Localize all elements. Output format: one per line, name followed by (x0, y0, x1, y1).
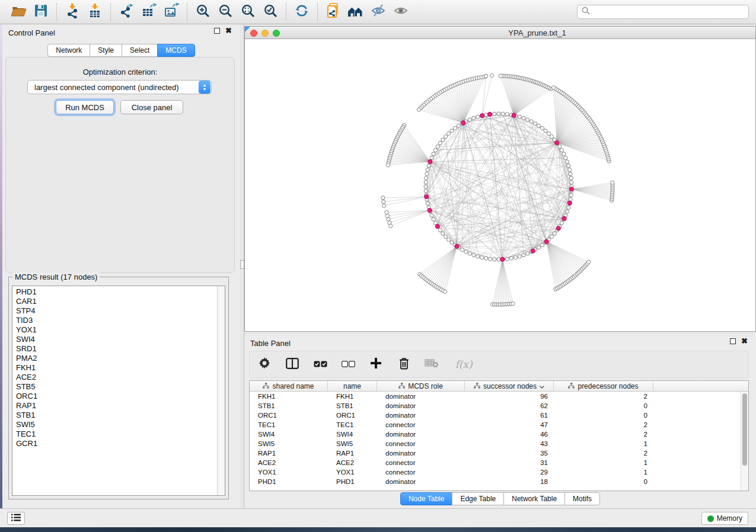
network-node[interactable] (566, 210, 569, 213)
network-node[interactable] (611, 181, 614, 184)
divider-grip[interactable] (240, 260, 244, 269)
network-node[interactable] (526, 252, 529, 255)
show-graphics-details-button[interactable] (390, 2, 412, 22)
network-node[interactable] (537, 124, 541, 127)
network-node[interactable] (457, 124, 460, 127)
network-node[interactable] (550, 135, 553, 139)
mcds-node[interactable] (512, 113, 516, 117)
network-node[interactable] (544, 129, 547, 133)
add-column-button[interactable] (368, 357, 384, 372)
hide-graphics-details-button[interactable] (367, 2, 390, 22)
network-node[interactable] (464, 250, 468, 254)
network-node[interactable] (499, 74, 502, 78)
network-node[interactable] (587, 260, 591, 264)
network-node[interactable] (386, 164, 390, 167)
show-columns-button[interactable] (285, 357, 300, 372)
mcds-node[interactable] (461, 121, 465, 125)
network-node[interactable] (489, 257, 492, 261)
column-header-predecessor-nodes[interactable]: predecessor nodes (554, 381, 653, 391)
network-node[interactable] (382, 204, 386, 207)
network-node[interactable] (564, 156, 567, 159)
float-panel-icon[interactable] (730, 338, 736, 344)
network-node[interactable] (522, 116, 525, 120)
zoom-fit-button[interactable] (237, 2, 259, 22)
network-node[interactable] (472, 116, 476, 120)
network-node[interactable] (425, 172, 429, 176)
network-node[interactable] (426, 201, 429, 205)
network-node[interactable] (567, 206, 570, 209)
network-node[interactable] (444, 235, 447, 238)
export-image-button[interactable] (160, 2, 183, 22)
network-node[interactable] (490, 73, 493, 77)
open-session-button[interactable] (7, 2, 30, 22)
list-item[interactable]: PMA2 (12, 354, 217, 363)
network-node[interactable] (547, 132, 550, 135)
network-node[interactable] (441, 138, 445, 142)
mcds-node[interactable] (544, 239, 548, 243)
network-node[interactable] (424, 181, 428, 184)
network-node[interactable] (562, 152, 566, 156)
close-panel-icon[interactable]: ✖ (225, 28, 232, 34)
save-session-button[interactable] (30, 2, 52, 22)
network-node[interactable] (447, 132, 451, 135)
network-node[interactable] (529, 120, 533, 123)
delete-column-button[interactable] (396, 357, 412, 372)
network-node[interactable] (560, 148, 563, 152)
import-table-button[interactable] (84, 2, 106, 22)
list-item[interactable]: STP4 (12, 306, 217, 316)
search-field[interactable] (577, 5, 749, 19)
network-node[interactable] (540, 243, 544, 247)
zoom-in-button[interactable] (192, 2, 214, 22)
list-item[interactable]: CAR1 (12, 297, 217, 306)
network-node[interactable] (433, 148, 437, 152)
network-node[interactable] (447, 238, 451, 241)
network-node[interactable] (493, 258, 496, 261)
network-node[interactable] (426, 168, 429, 172)
list-item[interactable]: STB1 (12, 411, 217, 420)
export-table-button[interactable] (138, 2, 160, 22)
mcds-node[interactable] (435, 224, 439, 228)
mcds-node[interactable] (455, 244, 459, 248)
tab-edge-table[interactable]: Edge Table (452, 492, 504, 505)
network-node[interactable] (550, 235, 553, 238)
mcds-result-scrollbar[interactable] (217, 286, 225, 495)
network-node[interactable] (497, 258, 500, 261)
network-node[interactable] (438, 141, 442, 145)
network-node[interactable] (424, 185, 428, 188)
list-item[interactable]: ACE2 (12, 373, 217, 382)
network-node[interactable] (381, 196, 385, 200)
list-item[interactable]: ORC1 (12, 392, 217, 401)
network-node[interactable] (468, 252, 471, 255)
column-header-name[interactable]: name (328, 381, 377, 391)
table-row[interactable]: RAP1RAP1dominator352 (250, 448, 748, 458)
panel-divider[interactable] (240, 24, 244, 508)
network-node[interactable] (493, 112, 496, 116)
mcds-node[interactable] (555, 140, 559, 145)
network-node[interactable] (432, 217, 435, 221)
list-item[interactable]: TID3 (12, 316, 217, 325)
zoom-selected-button[interactable] (259, 2, 282, 22)
network-node[interactable] (444, 135, 447, 139)
criterion-dropdown[interactable]: largest connected component (undirected)… (27, 80, 212, 94)
table-row[interactable]: YOX1YOX1connector291 (250, 467, 748, 477)
network-node[interactable] (441, 232, 445, 235)
close-panel-button[interactable]: Close panel (120, 100, 183, 114)
network-node[interactable] (484, 257, 488, 260)
network-node[interactable] (427, 164, 430, 168)
network-node[interactable] (444, 290, 447, 293)
search-input[interactable] (593, 7, 744, 17)
list-item[interactable]: SWI4 (12, 335, 217, 344)
network-node[interactable] (460, 248, 464, 251)
network-node[interactable] (389, 224, 393, 227)
table-scrollbar-thumb[interactable] (742, 393, 747, 466)
table-row[interactable]: PHD1PHD1dominator180 (250, 477, 748, 486)
list-item[interactable]: FKH1 (12, 363, 217, 373)
table-settings-button[interactable] (257, 357, 272, 372)
mcds-node[interactable] (500, 257, 505, 261)
tab-network[interactable]: Network (47, 44, 90, 57)
network-node[interactable] (567, 164, 570, 168)
network-node[interactable] (505, 257, 509, 261)
network-node[interactable] (513, 256, 517, 259)
show-panels-button[interactable] (7, 512, 25, 525)
network-node[interactable] (484, 113, 488, 117)
